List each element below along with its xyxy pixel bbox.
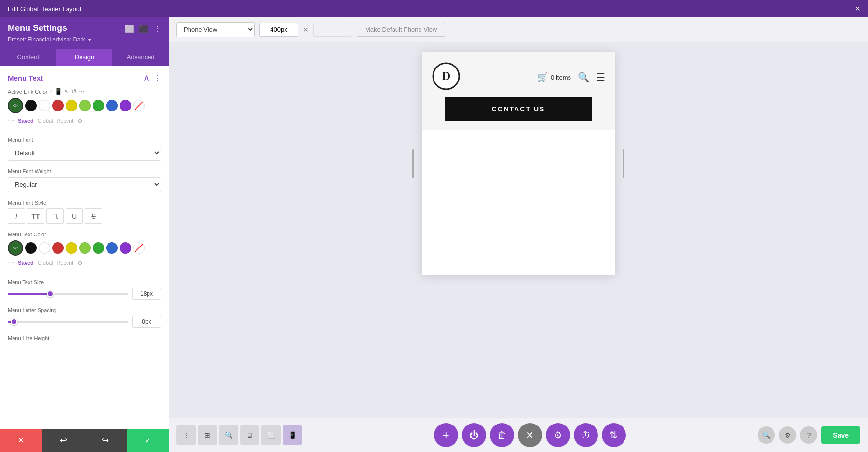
canvas-content: D 🛒 0 items 🔍 ☰ xyxy=(169,42,868,418)
bottom-menu-btn[interactable]: ⋮ xyxy=(176,425,196,445)
drag-handle-right[interactable] xyxy=(623,149,624,178)
add-circle-btn[interactable]: + xyxy=(434,423,458,447)
bottom-grid-btn[interactable]: ⊞ xyxy=(198,425,217,445)
menu-line-height-label: Menu Line Height xyxy=(8,335,161,341)
bottom-tablet-btn[interactable]: ⬜ xyxy=(261,425,281,445)
view-select[interactable]: Phone View Tablet View Desktop View xyxy=(177,23,254,37)
bottom-search-btn[interactable]: 🔍 xyxy=(219,425,238,445)
width-input[interactable]: 400px xyxy=(259,23,298,37)
text-color-red-swatch[interactable] xyxy=(52,242,64,254)
color-red-swatch[interactable] xyxy=(52,100,64,111)
text-saved-gear-icon[interactable]: ⚙ xyxy=(77,260,83,267)
text-color-lightgreen-swatch[interactable] xyxy=(79,242,91,254)
color-black-swatch[interactable] xyxy=(25,100,37,111)
search-icon-preview[interactable]: 🔍 xyxy=(578,71,590,83)
color-lightgreen-swatch[interactable] xyxy=(79,100,91,111)
power-circle-btn[interactable]: ⏻ xyxy=(462,423,486,447)
saved-dots-icon[interactable]: ··· xyxy=(8,116,14,125)
menu-letter-spacing-input[interactable]: 0px xyxy=(132,316,161,328)
tt-capitalize-btn[interactable]: Tt xyxy=(46,208,64,224)
screen-icon-btn[interactable]: ⬜ xyxy=(124,24,134,33)
color-blue-swatch[interactable] xyxy=(106,100,118,111)
text-global-label[interactable]: Global xyxy=(38,260,53,266)
menu-text-size-slider-row: 18px xyxy=(8,288,161,300)
contact-btn[interactable]: CONTACT US xyxy=(445,97,592,121)
make-default-btn[interactable]: Make Default Phone View xyxy=(357,23,445,37)
menu-font-weight-select[interactable]: Regular xyxy=(8,177,161,192)
bottom-toolbar: ⋮ ⊞ 🔍 🖥 ⬜ 📱 + ⏻ 🗑 ✕ ⚙ ⏱ ⇅ 🔍 ⚙ ? xyxy=(169,418,868,452)
menu-text-color-row xyxy=(8,240,161,256)
search-right-btn[interactable]: 🔍 xyxy=(758,426,775,444)
section-toggle-icon[interactable]: ∧ xyxy=(143,72,149,83)
panel-header-icons: ⬜ ⬛ ⋮ xyxy=(124,24,161,33)
strikethrough-btn[interactable]: S xyxy=(85,208,102,224)
confirm-bottom-btn[interactable]: ✓ xyxy=(127,429,169,452)
menu-text-size-input[interactable]: 18px xyxy=(132,288,161,300)
section-menu-icon[interactable]: ⋮ xyxy=(153,73,161,82)
title-bar: Edit Global Header Layout × xyxy=(0,0,868,17)
text-saved-dots-icon[interactable]: ··· xyxy=(8,259,14,267)
menu-font-label: Menu Font xyxy=(8,137,161,143)
menu-text-size-thumb[interactable] xyxy=(47,290,54,297)
menu-letter-spacing-thumb[interactable] xyxy=(11,318,17,325)
trash-circle-btn[interactable]: 🗑 xyxy=(490,423,514,447)
bottom-phone-btn[interactable]: 📱 xyxy=(283,425,302,445)
cancel-bottom-btn[interactable]: ✕ xyxy=(0,429,42,452)
menu-font-select[interactable]: Default xyxy=(8,146,161,161)
help-icon[interactable]: ? xyxy=(50,89,53,95)
text-color-blue-swatch[interactable] xyxy=(106,242,118,254)
underline-btn[interactable]: U xyxy=(66,208,83,224)
cursor-icon-btn[interactable]: ↖ xyxy=(64,88,69,95)
color-transparent-swatch[interactable] xyxy=(133,100,145,111)
text-color-green-swatch[interactable] xyxy=(93,242,104,254)
tabs-row: Content Design Advanced xyxy=(0,49,169,66)
tt-uppercase-btn[interactable]: TT xyxy=(27,208,44,224)
reset-bottom-btn[interactable]: ↩ xyxy=(42,429,85,452)
mobile-icon-btn[interactable]: 📱 xyxy=(54,88,62,95)
saved-row-1: ··· Saved Global Recent ⚙ xyxy=(8,116,161,125)
secondary-width-input[interactable] xyxy=(313,23,352,37)
close-button[interactable]: × xyxy=(855,4,860,14)
text-color-yellow-swatch[interactable] xyxy=(66,242,77,254)
close-view-btn[interactable]: ✕ xyxy=(303,26,309,34)
layout-circle-btn[interactable]: ⇅ xyxy=(602,423,626,447)
columns-icon-btn[interactable]: ⬛ xyxy=(139,24,149,33)
reset-icon-btn[interactable]: ↺ xyxy=(71,88,77,95)
global-label[interactable]: Global xyxy=(38,118,53,123)
history-circle-btn[interactable]: ⏱ xyxy=(574,423,598,447)
tab-content[interactable]: Content xyxy=(0,49,56,66)
tab-advanced[interactable]: Advanced xyxy=(112,49,169,66)
menu-text-size-track[interactable] xyxy=(8,293,128,295)
settings-right-btn[interactable]: ⚙ xyxy=(779,426,796,444)
menu-letter-spacing-track[interactable] xyxy=(8,321,128,323)
color-yellow-swatch[interactable] xyxy=(66,100,77,111)
drag-handle-left[interactable] xyxy=(412,149,414,178)
hamburger-icon-preview[interactable]: ☰ xyxy=(597,71,605,83)
text-color-transparent-swatch[interactable] xyxy=(133,242,145,254)
menu-letter-spacing-label: Menu Letter Spacing xyxy=(8,307,161,313)
saved-gear-icon[interactable]: ⚙ xyxy=(77,117,83,124)
more-options-icon[interactable]: ⋯ xyxy=(79,88,85,95)
saved-label[interactable]: Saved xyxy=(18,118,33,123)
color-purple-swatch[interactable] xyxy=(120,100,131,111)
more-icon-btn[interactable]: ⋮ xyxy=(153,24,161,33)
help-right-btn[interactable]: ? xyxy=(800,426,817,444)
tab-design[interactable]: Design xyxy=(56,49,113,66)
settings-circle-btn[interactable]: ⚙ xyxy=(546,423,570,447)
text-color-active-swatch[interactable] xyxy=(8,240,23,256)
active-link-color-row xyxy=(8,98,161,113)
text-color-black-swatch[interactable] xyxy=(25,242,37,254)
text-color-white-swatch[interactable] xyxy=(39,242,50,254)
text-color-purple-swatch[interactable] xyxy=(120,242,131,254)
color-white-swatch[interactable] xyxy=(39,100,50,111)
italic-btn[interactable]: I xyxy=(8,208,25,224)
color-active-swatch[interactable] xyxy=(8,98,23,113)
text-recent-label[interactable]: Recent xyxy=(57,260,74,266)
color-green-swatch[interactable] xyxy=(93,100,104,111)
bottom-desktop-btn[interactable]: 🖥 xyxy=(240,425,259,445)
save-btn[interactable]: Save xyxy=(821,426,860,444)
close-circle-btn[interactable]: ✕ xyxy=(518,423,542,447)
text-saved-label[interactable]: Saved xyxy=(18,260,33,266)
redo-bottom-btn[interactable]: ↪ xyxy=(84,429,127,452)
recent-label[interactable]: Recent xyxy=(57,118,74,123)
